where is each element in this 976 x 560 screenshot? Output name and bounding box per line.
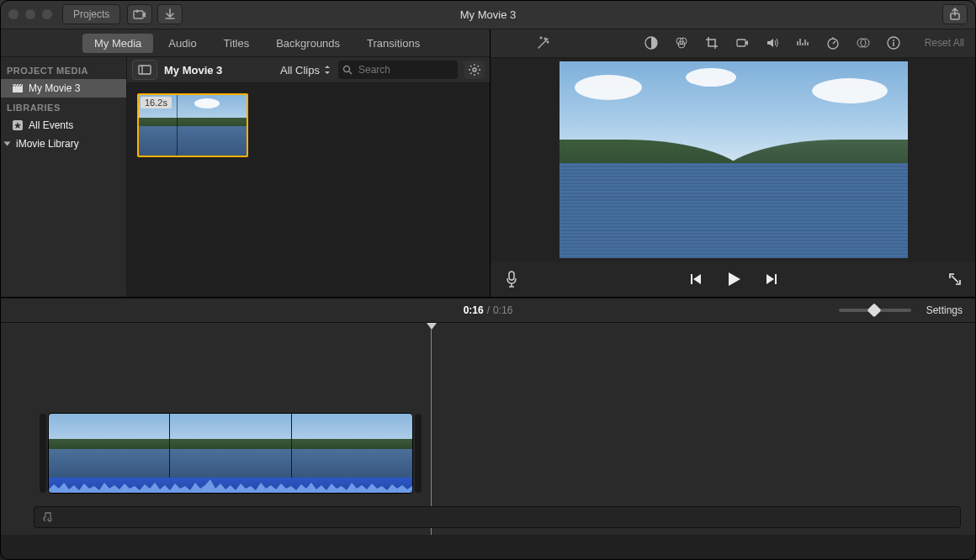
svg-rect-22	[737, 40, 745, 46]
crop-icon[interactable]	[704, 35, 719, 50]
media-header-row: My Movie 3 All Clips	[127, 57, 490, 83]
playhead-line[interactable]	[431, 330, 432, 535]
zoom-slider-knob[interactable]	[867, 304, 881, 318]
media-clip-thumbnail[interactable]: 16.2s	[137, 93, 248, 157]
download-icon[interactable]	[157, 4, 183, 24]
adjustments-toolbar: Reset All	[491, 29, 976, 58]
clip-filter-icon[interactable]	[856, 35, 871, 50]
svg-line-8	[349, 71, 352, 74]
sidebar-toggle-icon[interactable]	[132, 60, 157, 80]
svg-line-14	[470, 66, 472, 67]
timeline-video-clip[interactable]	[49, 414, 412, 493]
timeline-status-bar: 0:16 / 0:16 Settings	[0, 298, 976, 323]
close-dot[interactable]	[8, 9, 19, 19]
playhead-marker-icon[interactable]	[427, 323, 437, 330]
sidebar-section-libraries: LIBRARIES	[0, 98, 126, 116]
svg-line-17	[478, 66, 480, 67]
fullscreen-icon[interactable]	[947, 272, 963, 287]
voiceover-icon[interactable]	[504, 270, 519, 288]
clip-duration-badge: 16.2s	[141, 97, 172, 108]
clip-filmstrip	[49, 414, 412, 478]
prev-frame-icon[interactable]	[688, 272, 703, 287]
clapper-icon	[12, 83, 24, 93]
sort-arrows-icon	[323, 65, 332, 75]
share-icon[interactable]	[942, 4, 968, 24]
clips-filter-dropdown[interactable]: All Clips	[280, 64, 332, 77]
timeline-settings-button[interactable]: Settings	[926, 304, 963, 316]
minimize-dot[interactable]	[25, 9, 35, 19]
time-current: 0:16	[464, 304, 484, 316]
sidebar-item-all-events[interactable]: All Events	[0, 116, 126, 135]
search-icon	[342, 65, 353, 75]
color-balance-icon[interactable]	[644, 35, 659, 50]
clip-audio-waveform[interactable]	[49, 478, 412, 493]
svg-line-15	[478, 73, 480, 75]
play-icon[interactable]	[724, 269, 744, 289]
svg-point-7	[344, 66, 350, 72]
sidebar-item-label: My Movie 3	[29, 82, 80, 94]
color-correction-icon[interactable]	[674, 35, 689, 50]
time-separator: /	[487, 304, 490, 316]
sidebar-item-label: iMovie Library	[16, 138, 79, 150]
window-controls	[8, 9, 52, 19]
browser-settings-icon[interactable]	[464, 61, 485, 79]
info-icon[interactable]	[886, 35, 901, 50]
disclosure-triangle-icon[interactable]	[4, 142, 11, 146]
titlebar: Projects My Movie 3	[0, 0, 976, 29]
zoom-dot[interactable]	[42, 9, 52, 19]
preview-viewer[interactable]	[560, 61, 908, 258]
viewer-controls	[491, 262, 976, 297]
time-total: 0:16	[493, 304, 512, 316]
svg-line-16	[470, 73, 472, 75]
timeline-zoom-slider[interactable]	[839, 309, 911, 312]
clip-trim-handle-left[interactable]	[40, 414, 46, 493]
enhance-wand-icon[interactable]	[536, 35, 551, 50]
event-title: My Movie 3	[164, 64, 222, 77]
music-note-icon	[41, 511, 53, 523]
noise-reduction-icon[interactable]	[795, 35, 810, 50]
svg-line-29	[833, 41, 835, 44]
media-browser[interactable]: 16.2s	[127, 83, 490, 297]
tab-backgrounds[interactable]: Backgrounds	[264, 34, 352, 53]
next-frame-icon[interactable]	[764, 272, 779, 287]
sidebar-item-label: All Events	[29, 119, 73, 131]
tab-my-media[interactable]: My Media	[82, 34, 153, 53]
volume-icon[interactable]	[765, 35, 780, 50]
clips-filter-label: All Clips	[280, 64, 320, 77]
tab-transitions[interactable]: Transitions	[355, 34, 432, 53]
clip-trim-handle-right[interactable]	[415, 414, 422, 493]
viewer-area	[491, 58, 976, 262]
svg-point-34	[893, 40, 894, 41]
sidebar-item-project[interactable]: My Movie 3	[0, 79, 126, 98]
sidebar-section-project-media: PROJECT MEDIA	[0, 61, 126, 79]
search-field[interactable]	[338, 61, 458, 79]
search-input[interactable]	[357, 63, 436, 77]
svg-rect-36	[509, 272, 514, 280]
sidebar: PROJECT MEDIA My Movie 3 LIBRARIES All E…	[0, 57, 127, 297]
svg-rect-5	[139, 66, 151, 74]
timeline[interactable]	[0, 323, 976, 535]
svg-point-9	[473, 68, 476, 71]
speed-icon[interactable]	[825, 35, 841, 50]
svg-rect-0	[134, 11, 143, 18]
sidebar-item-imovie-library[interactable]: iMovie Library	[0, 135, 126, 153]
stabilization-icon[interactable]	[735, 35, 750, 50]
svg-rect-2	[13, 87, 23, 92]
tab-titles[interactable]: Titles	[212, 34, 262, 53]
import-media-icon[interactable]	[127, 4, 152, 24]
timeline-audio-lane[interactable]	[34, 506, 961, 528]
projects-button[interactable]: Projects	[62, 4, 120, 24]
media-tabs: My Media Audio Titles Backgrounds Transi…	[0, 29, 490, 57]
star-icon	[12, 119, 24, 131]
reset-all-button[interactable]: Reset All	[925, 37, 964, 49]
tab-audio[interactable]: Audio	[156, 34, 208, 53]
